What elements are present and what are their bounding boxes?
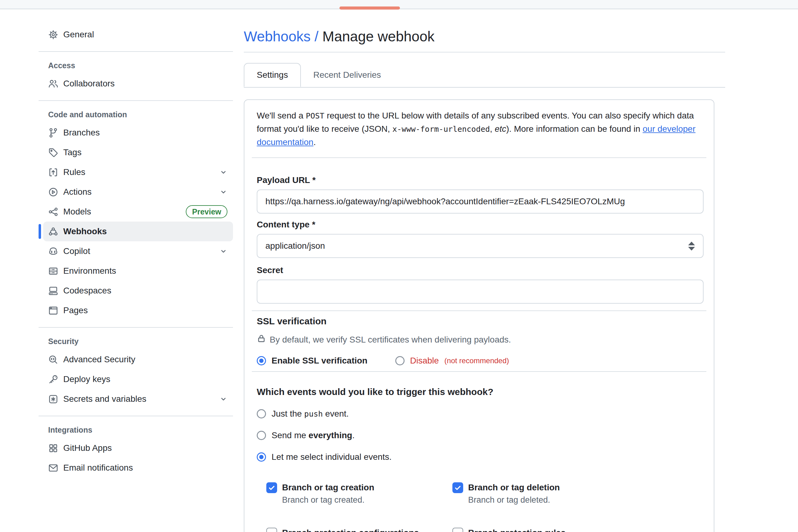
ssl-verification-heading: SSL verification xyxy=(257,316,703,326)
gear-icon xyxy=(48,30,58,40)
environments-icon xyxy=(48,266,58,276)
play-icon xyxy=(48,187,58,197)
pages-icon xyxy=(48,305,58,316)
preview-badge: Preview xyxy=(186,205,227,218)
radio-unselected-icon xyxy=(257,431,266,440)
sidebar-item-label: Advanced Security xyxy=(63,355,135,364)
people-icon xyxy=(48,79,58,89)
chevron-down-icon xyxy=(220,188,227,196)
sidebar-item-label: Webhooks xyxy=(63,227,107,236)
asterisk-box-icon xyxy=(48,394,58,404)
sidebar-item-label: Tags xyxy=(63,148,81,157)
sidebar-item-label: Branches xyxy=(63,128,100,138)
sidebar-item-label: Pages xyxy=(63,305,88,316)
tab-bar: Settings Recent Deliveries xyxy=(244,63,725,88)
post-code: POST xyxy=(306,111,324,120)
sidebar-divider xyxy=(39,100,233,101)
content-type-value: application/json xyxy=(265,241,325,251)
chevron-down-icon xyxy=(220,247,227,255)
sidebar-item-label: Rules xyxy=(63,167,86,177)
radio-selected-icon xyxy=(257,452,266,462)
tab-recent-deliveries[interactable]: Recent Deliveries xyxy=(301,63,393,87)
ssl-radio-group: Enable SSL verification Disable (not rec… xyxy=(257,356,703,366)
sidebar-item-label: Models xyxy=(63,207,91,216)
sidebar-section-code-and-automation: Code and automation xyxy=(43,110,233,119)
sidebar-item-copilot[interactable]: Copilot xyxy=(43,241,233,261)
sidebar-item-pages[interactable]: Pages xyxy=(43,301,233,320)
content-type-label: Content type * xyxy=(257,220,703,230)
sidebar-section-security: Security xyxy=(43,337,233,346)
settings-page: General Access Collaborators Code and au… xyxy=(0,9,798,532)
sidebar-item-email-notifications[interactable]: Email notifications xyxy=(43,458,233,478)
lock-icon xyxy=(257,334,266,345)
branch-or-tag-deletion-checkbox[interactable]: Branch or tag deletionBranch or tag dele… xyxy=(452,482,703,505)
sidebar-divider xyxy=(39,51,233,52)
panel-divider xyxy=(252,157,706,158)
tab-settings[interactable]: Settings xyxy=(244,63,301,87)
events-heading: Which events would you like to trigger t… xyxy=(257,387,703,397)
checkbox-unchecked-icon xyxy=(452,528,463,532)
branch-protection-configurations-checkbox[interactable]: Branch protection configurations xyxy=(266,527,452,532)
page-title: Webhooks / Manage webhook xyxy=(244,28,725,45)
ssl-note: By default, we verify SSL certificates w… xyxy=(257,334,703,345)
sidebar-item-label: Deploy keys xyxy=(63,374,111,384)
sidebar-item-deploy-keys[interactable]: Deploy keys xyxy=(43,369,233,389)
urlencoded-code: x-www-form-urlencoded xyxy=(393,125,490,134)
radio-unselected-icon xyxy=(395,356,404,365)
panel-divider xyxy=(252,310,706,311)
webhook-form-panel: We'll send a POST request to the URL bel… xyxy=(244,99,715,532)
sidebar-item-label: Secrets and variables xyxy=(63,394,146,404)
sidebar-divider xyxy=(39,327,233,328)
sidebar-item-codespaces[interactable]: Codespaces xyxy=(43,281,233,301)
webhooks-breadcrumb-link[interactable]: Webhooks / xyxy=(244,28,319,44)
sidebar-item-advanced-security[interactable]: Advanced Security xyxy=(43,349,233,369)
code-scan-icon xyxy=(48,355,58,365)
key-icon xyxy=(48,374,58,384)
header-divider xyxy=(244,52,725,53)
sidebar-item-github-apps[interactable]: GitHub Apps xyxy=(43,438,233,458)
secret-label: Secret xyxy=(257,265,703,275)
browser-top-strip xyxy=(0,0,798,9)
just-push-event-radio[interactable]: Just the push event. xyxy=(257,409,703,419)
tag-icon xyxy=(48,148,58,158)
sidebar-item-branches[interactable]: Branches xyxy=(43,123,233,142)
sidebar-item-tags[interactable]: Tags xyxy=(43,142,233,162)
sidebar-item-label: Copilot xyxy=(63,246,90,256)
codespaces-icon xyxy=(48,286,58,296)
content-type-select[interactable]: application/json xyxy=(257,234,704,258)
git-branch-icon xyxy=(48,128,58,138)
radio-selected-icon xyxy=(257,356,266,365)
send-everything-radio[interactable]: Send me everything. xyxy=(257,431,703,440)
copilot-icon xyxy=(48,246,58,256)
disable-ssl-radio[interactable]: Disable (not recommended) xyxy=(395,356,509,366)
sidebar-item-label: Email notifications xyxy=(63,463,133,473)
sidebar-item-webhooks[interactable]: Webhooks xyxy=(43,222,233,241)
payload-url-input[interactable] xyxy=(257,189,704,213)
apps-grid-icon xyxy=(48,443,58,453)
select-arrows-icon xyxy=(688,242,695,251)
branch-or-tag-creation-checkbox[interactable]: Branch or tag creationBranch or tag crea… xyxy=(266,482,452,505)
sidebar-item-collaborators[interactable]: Collaborators xyxy=(43,74,233,94)
checkbox-checked-icon xyxy=(266,482,277,493)
models-icon xyxy=(48,207,58,217)
mail-icon xyxy=(48,463,58,473)
checkbox-unchecked-icon xyxy=(266,528,277,532)
event-checkbox-grid: Branch or tag creationBranch or tag crea… xyxy=(266,482,703,532)
chevron-down-icon xyxy=(220,168,227,176)
main-content: Webhooks / Manage webhook Settings Recen… xyxy=(244,25,725,532)
sidebar-item-general[interactable]: General xyxy=(43,25,233,44)
enable-ssl-radio[interactable]: Enable SSL verification xyxy=(257,356,367,366)
rules-icon xyxy=(48,167,58,177)
branch-protection-rules-checkbox[interactable]: Branch protection rules xyxy=(452,527,703,532)
chevron-down-icon xyxy=(220,395,227,403)
sidebar-item-rules[interactable]: Rules xyxy=(43,162,233,182)
sidebar-item-environments[interactable]: Environments xyxy=(43,261,233,281)
sidebar-item-models[interactable]: Models Preview xyxy=(43,202,233,222)
secret-input[interactable] xyxy=(257,280,704,304)
sidebar-item-label: Codespaces xyxy=(63,286,111,296)
webhook-icon xyxy=(48,227,58,237)
sidebar-item-secrets-and-variables[interactable]: Secrets and variables xyxy=(43,389,233,409)
sidebar-item-actions[interactable]: Actions xyxy=(43,182,233,202)
select-individual-events-radio[interactable]: Let me select individual events. xyxy=(257,452,703,462)
loading-indicator-bar xyxy=(339,6,400,10)
